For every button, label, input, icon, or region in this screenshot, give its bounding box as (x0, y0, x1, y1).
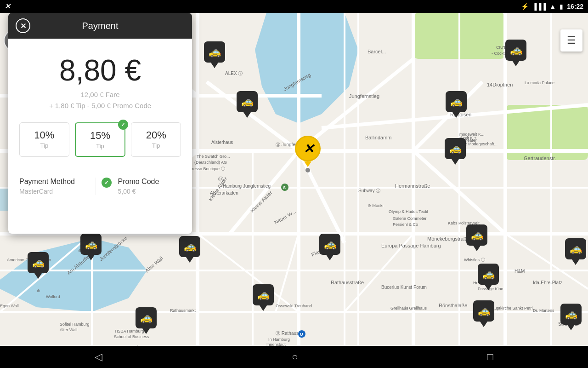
tip-10-percent: 10% (20, 129, 69, 141)
payment-info-row: Payment Method MasterCard ✓ Promo Code 5… (19, 170, 181, 195)
taxi-marker[interactable]: 🚕 (136, 307, 157, 334)
taxi-marker[interactable]: 🚕 (565, 238, 586, 265)
navigation-bar: ◁ ○ □ (0, 346, 588, 368)
status-bar: ✕ ⚡ ▐▐▐ ▲ ▮ 16:22 (0, 0, 588, 13)
svg-text:Hauptkirche Sankt Petri: Hauptkirche Sankt Petri (489, 306, 533, 310)
svg-text:Rathausmarkt: Rathausmarkt (170, 308, 196, 313)
payment-method-section[interactable]: Payment Method MasterCard (19, 178, 96, 195)
payment-method-label: Payment Method (19, 178, 96, 186)
tip-10-label: Tip (20, 142, 69, 149)
svg-text:Galerie Commeter: Galerie Commeter (393, 216, 427, 221)
svg-text:Ⓤ: Ⓤ (218, 176, 223, 182)
tip-15-label: Tip (76, 143, 125, 150)
tip-20-button[interactable]: 20% Tip (131, 122, 181, 157)
svg-text:⊕ Monki: ⊕ Monki (368, 203, 384, 208)
center-location-marker: ✕ (295, 136, 321, 172)
taxi-marker[interactable]: 🚕 (253, 284, 274, 311)
tip-options: 10% Tip ✓ 15% Tip 20% Tip (19, 122, 181, 157)
svg-text:Dr. Martens: Dr. Martens (533, 308, 554, 313)
svg-text:modewelt K...: modewelt K... (459, 132, 485, 137)
svg-text:La moda Palace: La moda Palace (525, 80, 554, 85)
modal-header: ✕ Payment (8, 13, 192, 39)
svg-text:Persiehl & Co: Persiehl & Co (393, 222, 418, 227)
signal-icon: ▐▐▐ (532, 3, 546, 10)
tip-10-button[interactable]: 10% Tip (19, 122, 69, 157)
center-marker-icon: ✕ (295, 136, 321, 161)
svg-text:S: S (283, 185, 286, 190)
wifi-icon: ▲ (549, 3, 556, 10)
tip-20-label: Tip (131, 142, 181, 149)
svg-text:ALEX ⓘ: ALEX ⓘ (225, 71, 243, 76)
taxi-marker[interactable]: 🚕 (473, 300, 494, 327)
price-detail: 12,00 € Fare + 1,80 € Tip - 5,00 € Promo… (19, 89, 181, 111)
taxi-marker[interactable]: 🚕 (560, 304, 582, 330)
svg-text:The Swatch Gro...: The Swatch Gro... (197, 154, 230, 159)
svg-text:Hermannstraße: Hermannstraße (395, 183, 430, 189)
svg-text:In Hamburg: In Hamburg (268, 337, 290, 342)
svg-text:Subway ⓘ: Subway ⓘ (358, 188, 380, 193)
svg-text:⚐ Grellhaus: ⚐ Grellhaus (404, 306, 427, 310)
svg-text:Alsterarkaden: Alsterarkaden (210, 190, 238, 196)
fare-text: 12,00 € Fare (80, 91, 119, 98)
status-left: ✕ (5, 2, 11, 11)
tip-selected-check: ✓ (118, 120, 128, 130)
modal-body: 8,80 € 12,00 € Fare + 1,80 € Tip - 5,00 … (8, 39, 192, 202)
taxi-marker[interactable]: 🚕 (445, 138, 466, 165)
hamburger-icon: ☰ (567, 34, 576, 46)
close-button[interactable]: ✕ (16, 18, 30, 33)
svg-text:Sofitel Hamburg: Sofitel Hamburg (60, 322, 90, 327)
svg-text:Mönckebergstraße: Mönckebergstraße (427, 236, 469, 242)
promo-code-section[interactable]: ✓ Promo Code 5,00 € (96, 178, 181, 195)
tip-promo-text: + 1,80 € Tip - 5,00 € Promo Code (49, 102, 151, 109)
tip-20-percent: 20% (131, 129, 181, 141)
main-price: 8,80 € (19, 53, 181, 87)
svg-text:Ida-Ehre-Platz: Ida-Ehre-Platz (533, 280, 562, 285)
svg-text:Whistles ⓘ: Whistles ⓘ (464, 258, 485, 262)
svg-text:Alter Wall: Alter Wall (60, 328, 77, 332)
payment-method-value: MasterCard (19, 188, 96, 195)
svg-text:Barcel...: Barcel... (368, 49, 386, 54)
close-icon: ✕ (20, 22, 26, 30)
home-button[interactable]: ○ (292, 351, 298, 363)
svg-text:resso Boutique ⓘ: resso Boutique ⓘ (192, 167, 225, 171)
taxi-marker[interactable]: 🚕 (319, 234, 340, 260)
svg-text:⊕: ⊕ (37, 288, 40, 293)
taxi-marker[interactable]: 🚕 (237, 91, 258, 118)
tip-15-percent: 15% (76, 130, 125, 142)
taxi-marker[interactable]: 🚕 (466, 224, 487, 251)
svg-text:Hamburg Jungfernstieg: Hamburg Jungfernstieg (223, 184, 271, 189)
svg-text:H&M: H&M (514, 269, 525, 274)
taxi-marker[interactable]: 🚕 (505, 40, 526, 66)
svg-text:Rönsthalaße: Rönsthalaße (439, 303, 467, 308)
svg-text:Bucerius Kunst Forum: Bucerius Kunst Forum (381, 285, 427, 290)
promo-code-value: 5,00 € (105, 188, 181, 195)
status-time: 16:22 (567, 3, 583, 10)
svg-text:(Deutschland) AG: (Deutschland) AG (194, 160, 227, 165)
svg-text:Ⓤ Rathaus: Ⓤ Rathaus (276, 331, 299, 336)
status-right: ⚡ ▐▐▐ ▲ ▮ 16:22 (521, 3, 583, 10)
bluetooth-icon: ⚡ (521, 3, 529, 10)
menu-button[interactable]: ☰ (560, 29, 582, 52)
taxi-marker[interactable]: 🚕 (478, 264, 499, 290)
taxi-marker[interactable]: 🚕 (80, 234, 102, 260)
svg-text:Alsterhaus: Alsterhaus (211, 140, 233, 145)
app-x-icon: ✕ (5, 2, 11, 11)
taxi-marker[interactable]: 🚕 (179, 236, 200, 263)
svg-text:Ballindamm: Ballindamm (365, 135, 391, 140)
taxi-marker[interactable]: 🚕 (204, 41, 225, 68)
svg-text:14Dioptrien: 14Dioptrien (487, 82, 513, 87)
taxi-marker[interactable]: 🚕 (28, 252, 49, 279)
promo-check-icon: ✓ (102, 178, 112, 188)
taxi-marker[interactable]: 🚕 (446, 91, 467, 118)
promo-code-label: Promo Code (105, 178, 181, 186)
svg-text:Olymp & Hades Textil: Olymp & Hades Textil (389, 209, 428, 214)
modal-title: Payment (82, 21, 119, 31)
back-button[interactable]: ◁ (95, 351, 102, 363)
payment-modal: ✕ Payment 8,80 € 12,00 € Fare + 1,80 € T… (8, 13, 192, 234)
battery-icon: ▮ (560, 3, 563, 10)
tip-15-button[interactable]: ✓ 15% Tip (75, 122, 126, 157)
recents-button[interactable]: □ (487, 351, 493, 363)
svg-text:U: U (300, 332, 303, 337)
svg-text:School of Business: School of Business (114, 334, 149, 339)
svg-text:Europa Passage Hamburg: Europa Passage Hamburg (381, 243, 441, 248)
